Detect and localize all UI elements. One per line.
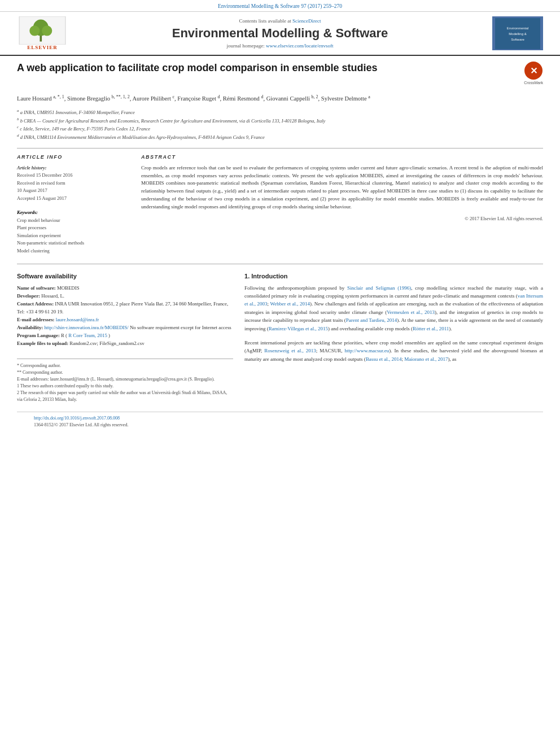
abstract-col: Abstract Crop models are reference tools… (141, 154, 543, 255)
software-contact-label: Contact Address: (17, 301, 54, 307)
footnote-email: E-mail addresses: laure.hossard@inra.fr … (17, 376, 233, 383)
software-language-link[interactable]: R Core Team, 2015 (68, 333, 107, 338)
received-date: Received 15 December 2016 (17, 172, 130, 180)
cite-maiorano[interactable]: Maiorano et al., 2017 (404, 356, 448, 362)
keyword-5: Model clustering (17, 247, 130, 255)
software-email-link[interactable]: laure.hossard@inra.fr (56, 317, 99, 322)
cite-webber[interactable]: Webber et al., 2014 (270, 301, 310, 307)
abstract-heading: Abstract (141, 154, 543, 160)
footnote-2: 2 The research of this paper was partly … (17, 390, 233, 403)
crossmark-badge[interactable]: ✕ CrossMark (524, 62, 543, 85)
article-history: Article history: Received 15 December 20… (17, 164, 130, 203)
software-language-row: Program Language: R ( R Core Team, 2015 … (17, 331, 233, 339)
authors-line: Laure Hossard a, *, 1, Simone Bregaglio … (17, 93, 543, 103)
introduction-col: 1. Introduction Following the anthropomo… (244, 273, 543, 404)
article-title: A web application to facilitate crop mod… (17, 62, 524, 75)
keyword-3: Simulation experiment (17, 232, 130, 240)
em-software-logo: Environmental Modelling & Software (495, 18, 540, 49)
cite-rosenzweig[interactable]: Rosenzweig et al., 2013 (264, 348, 316, 353)
bottom-bar: http://dx.doi.org/10.1016/j.envsoft.2017… (17, 412, 543, 431)
revised-date: 10 August 2017 (17, 187, 130, 195)
doi-line: http://dx.doi.org/10.1016/j.envsoft.2017… (34, 416, 526, 421)
software-name-value: MOBEDIS (57, 285, 80, 291)
svg-point-3 (29, 25, 40, 36)
journal-header: ELSEVIER Contents lists available at Sci… (0, 12, 560, 56)
keyword-4: Non-parametric statistical methods (17, 239, 130, 247)
journal-right-logo: Environmental Modelling & Software (487, 16, 549, 50)
intro-paragraph2: Recent international projects are tackli… (244, 339, 543, 363)
svg-text:Environmental: Environmental (507, 27, 528, 30)
article-title-section: A web application to facilitate crop mod… (17, 62, 543, 88)
footnote-1: 1 These two authors contributed equally … (17, 383, 233, 390)
crossmark-icon: ✕ (524, 62, 542, 80)
authors-text: Laure Hossard a, *, 1, Simone Bregaglio … (17, 95, 370, 102)
journal-homepage: journal homepage: www.elsevier.com/locat… (73, 43, 487, 49)
elsevier-logo-section: ELSEVIER (11, 16, 73, 50)
footnote-corresponding1: * Corresponding author. (17, 362, 233, 369)
software-email-label: E-mail addresses: (17, 317, 55, 322)
copyright-notice: © 2017 Elsevier Ltd. All rights reserved… (141, 216, 543, 221)
software-language-value: R ( (61, 333, 67, 338)
software-developer-value: Hossard, L. (41, 293, 64, 299)
cite-parent[interactable]: Parent and Tardieu, 2014 (346, 317, 397, 323)
software-developer-label: Developer: (17, 293, 40, 299)
footnote-corresponding2: ** Corresponding author. (17, 369, 233, 376)
software-example-label: Example files to upload: (17, 340, 68, 346)
elsevier-tree-logo (17, 16, 68, 45)
software-developer-row: Developer: Hossard, L. (17, 292, 233, 300)
cite-rotter[interactable]: Rötter et al., 2011 (413, 326, 449, 331)
software-availability-url[interactable]: http://shin-r.innovation.inra.fr/MOBEDIS… (44, 325, 128, 330)
cite-sinclair[interactable]: Sinclair and Seligman (1996) (347, 285, 411, 291)
svg-text:Software: Software (511, 38, 524, 41)
issn-line: 1364-8152/© 2017 Elsevier Ltd. All right… (34, 422, 526, 427)
intro-paragraph1: Following the anthropomorphism proposed … (244, 284, 543, 333)
software-example-row: Example files to upload: Random2.csv; Fi… (17, 339, 233, 347)
affiliation-b: b b CREA — Council for Agricultural Rese… (17, 116, 543, 125)
software-name-row: Name of software: MOBEDIS (17, 284, 233, 292)
article-info-heading: Article Info (17, 154, 130, 160)
cite-vermeulen[interactable]: Vermeulen et al., 2013 (387, 309, 435, 315)
article-info-col: Article Info Article history: Received 1… (17, 154, 130, 255)
accepted-date: Accepted 15 August 2017 (17, 195, 130, 203)
footnotes-block: * Corresponding author. ** Corresponding… (17, 359, 233, 403)
keywords-block: Keywords: Crop model behaviour Plant pro… (17, 209, 130, 255)
homepage-link[interactable]: www.elsevier.com/locate/envsoft (266, 43, 333, 49)
cite-ramirez[interactable]: Ramirez-Villegas et al., 2015 (269, 326, 328, 331)
article-body: A web application to facilitate crop mod… (0, 56, 560, 442)
intro-section-title: 1. Introduction (244, 273, 543, 279)
software-section-title: Software availability (17, 273, 233, 279)
software-availability-col: Software availability Name of software: … (17, 273, 233, 404)
journal-center: Contents lists available at ScienceDirec… (73, 18, 487, 49)
journal-citation: Environmental Modelling & Software 97 (2… (0, 0, 560, 12)
software-example-value: Random2.csv; FileSign_random2.csv (69, 340, 144, 346)
header-divider (17, 148, 543, 148)
affiliations-block: a a INRA, UMR951 Innovation, F-34060 Mon… (17, 108, 543, 141)
doi-link[interactable]: http://dx.doi.org/10.1016/j.envsoft.2017… (34, 416, 120, 421)
keywords-list: Crop model behaviour Plant processes Sim… (17, 217, 130, 255)
cite-macsur[interactable]: http://www.macsur.eu (344, 348, 389, 353)
software-avail-label: Availability: (17, 325, 43, 330)
body-two-col: Software availability Name of software: … (17, 273, 543, 404)
svg-point-4 (42, 25, 52, 36)
affiliation-a: a a INRA, UMR951 Innovation, F-34060 Mon… (17, 108, 543, 116)
software-language-end: ) (108, 333, 110, 338)
revised-label: Received in revised form (17, 180, 130, 187)
software-availability-row: Availability: http://shin-r.innovation.i… (17, 324, 233, 331)
body-divider (17, 264, 543, 264)
keywords-heading: Keywords: (17, 209, 130, 215)
cite-bassu[interactable]: Bassu et al., 2014 (366, 356, 402, 362)
keyword-2: Plant processes (17, 224, 130, 232)
citation-text: Environmental Modelling & Software 97 (2… (218, 3, 342, 9)
elsevier-brand-name: ELSEVIER (27, 45, 58, 50)
info-abstract-section: Article Info Article history: Received 1… (17, 154, 543, 255)
sciencedirect-line: Contents lists available at ScienceDirec… (73, 18, 487, 24)
software-contact-row: Contact Address: INRA UMR Innovation 095… (17, 300, 233, 316)
crossmark-label: CrossMark (524, 81, 543, 85)
software-email-row: E-mail addresses: laure.hossard@inra.fr (17, 316, 233, 324)
software-language-label: Program Language: (17, 333, 60, 338)
right-logo-image: Environmental Modelling & Software (492, 16, 543, 50)
history-label: Article history: (17, 164, 130, 172)
sciencedirect-link[interactable]: ScienceDirect (292, 18, 321, 24)
software-details: Name of software: MOBEDIS Developer: Hos… (17, 284, 233, 348)
affiliation-c: c c Idele, Service, 149 rue de Bercy, F-… (17, 124, 543, 133)
